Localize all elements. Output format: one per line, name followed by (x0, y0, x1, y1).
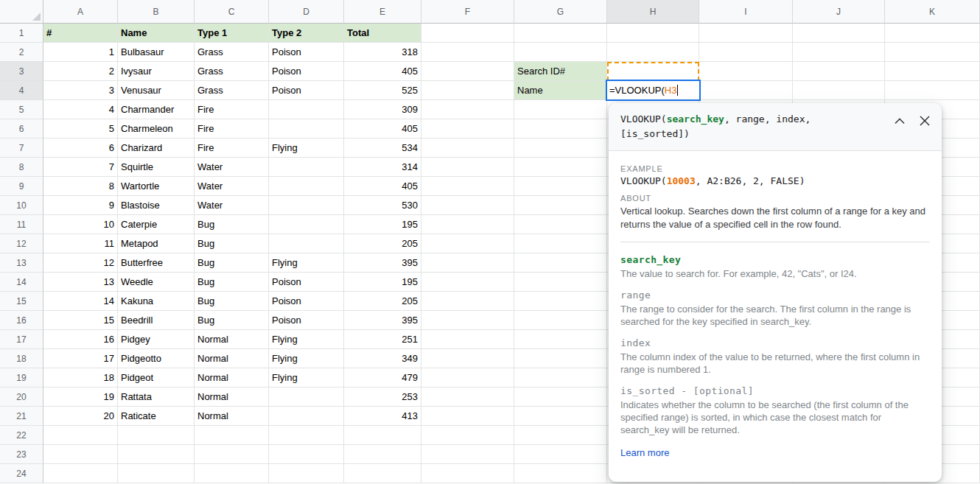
row-header-16[interactable]: 16 (0, 311, 43, 330)
cell-D9[interactable] (269, 177, 344, 196)
cell-D15[interactable]: Poison (269, 292, 344, 311)
cell-E14[interactable]: 195 (344, 273, 421, 292)
column-header-D[interactable]: D (269, 0, 344, 24)
row-header-23[interactable]: 23 (0, 445, 43, 464)
cell-B12[interactable]: Metapod (118, 234, 195, 253)
cell-F2[interactable] (421, 43, 514, 62)
cell-E21[interactable]: 413 (344, 407, 421, 426)
cell-A8[interactable]: 7 (43, 158, 118, 177)
row-header-9[interactable]: 9 (0, 177, 43, 196)
cell-A13[interactable]: 12 (43, 253, 118, 273)
cell-F5[interactable] (421, 100, 514, 119)
cell-B6[interactable]: Charmeleon (118, 119, 195, 138)
row-header-21[interactable]: 21 (0, 407, 43, 426)
cell-D14[interactable]: Poison (269, 273, 344, 292)
cell-B2[interactable]: Bulbasaur (118, 43, 195, 62)
cell-B16[interactable]: Beedrill (118, 311, 195, 330)
cell-A20[interactable]: 19 (43, 387, 118, 407)
cell-C15[interactable]: Bug (195, 292, 269, 311)
cell-I1[interactable] (699, 24, 793, 43)
cell-C21[interactable]: Normal (195, 407, 269, 426)
cell-E19[interactable]: 479 (344, 368, 421, 387)
row-header-11[interactable]: 11 (0, 215, 43, 234)
row-header-24[interactable]: 24 (0, 464, 43, 483)
row-header-8[interactable]: 8 (0, 158, 43, 177)
cell-F15[interactable] (421, 292, 514, 311)
cell-C7[interactable]: Fire (195, 138, 269, 158)
cell-F6[interactable] (421, 119, 514, 138)
cell-D23[interactable] (269, 445, 344, 464)
cell-G22[interactable] (514, 426, 607, 445)
column-header-F[interactable]: F (421, 0, 514, 24)
cell-F20[interactable] (421, 387, 514, 407)
cell-G17[interactable] (514, 330, 607, 349)
cell-E8[interactable]: 314 (344, 158, 421, 177)
cell-B15[interactable]: Kakuna (118, 292, 195, 311)
cell-C6[interactable]: Fire (195, 119, 269, 138)
cell-B13[interactable]: Butterfree (118, 253, 195, 273)
cell-F21[interactable] (421, 407, 514, 426)
row-header-18[interactable]: 18 (0, 349, 43, 368)
cell-A23[interactable] (43, 445, 118, 464)
cell-C14[interactable]: Bug (195, 273, 269, 292)
cell-G14[interactable] (514, 273, 607, 292)
cell-C18[interactable]: Normal (195, 349, 269, 368)
cell-F24[interactable] (421, 464, 514, 483)
cell-G11[interactable] (514, 215, 607, 234)
cell-H3[interactable] (607, 62, 699, 81)
row-header-19[interactable]: 19 (0, 368, 43, 387)
cell-E13[interactable]: 395 (344, 253, 421, 273)
cell-F23[interactable] (421, 445, 514, 464)
cell-D16[interactable]: Poison (269, 311, 344, 330)
row-header-6[interactable]: 6 (0, 119, 43, 138)
cell-E3[interactable]: 405 (344, 62, 421, 81)
cell-B9[interactable]: Wartortle (118, 177, 195, 196)
cell-A17[interactable]: 16 (43, 330, 118, 349)
cell-E11[interactable]: 195 (344, 215, 421, 234)
cell-G15[interactable] (514, 292, 607, 311)
cell-I3[interactable] (699, 62, 793, 81)
cell-G19[interactable] (514, 368, 607, 387)
cell-E24[interactable] (344, 464, 421, 483)
cell-D7[interactable]: Flying (269, 138, 344, 158)
cell-B24[interactable] (118, 464, 195, 483)
cell-F16[interactable] (421, 311, 514, 330)
cell-G20[interactable] (514, 387, 607, 407)
cell-J4[interactable] (793, 81, 885, 100)
cell-B14[interactable]: Weedle (118, 273, 195, 292)
cell-C20[interactable]: Normal (195, 387, 269, 407)
cell-B18[interactable]: Pidgeotto (118, 349, 195, 368)
cell-H2[interactable] (607, 43, 699, 62)
row-header-14[interactable]: 14 (0, 273, 43, 292)
cell-K1[interactable] (885, 24, 980, 43)
cell-A15[interactable]: 14 (43, 292, 118, 311)
cell-B10[interactable]: Blastoise (118, 196, 195, 215)
cell-G21[interactable] (514, 407, 607, 426)
cell-D12[interactable] (269, 234, 344, 253)
cell-B19[interactable]: Pidgeot (118, 368, 195, 387)
cell-F3[interactable] (421, 62, 514, 81)
cell-C9[interactable]: Water (195, 177, 269, 196)
cell-G12[interactable] (514, 234, 607, 253)
row-header-12[interactable]: 12 (0, 234, 43, 253)
cell-F13[interactable] (421, 253, 514, 273)
cell-E4[interactable]: 525 (344, 81, 421, 100)
cell-B8[interactable]: Squirtle (118, 158, 195, 177)
cell-A18[interactable]: 17 (43, 349, 118, 368)
cell-D13[interactable]: Flying (269, 253, 344, 273)
cell-B17[interactable]: Pidgey (118, 330, 195, 349)
cell-B20[interactable]: Rattata (118, 387, 195, 407)
cell-A12[interactable]: 11 (43, 234, 118, 253)
cell-A1[interactable]: # (43, 24, 118, 43)
cell-F4[interactable] (421, 81, 514, 100)
cell-A4[interactable]: 3 (43, 81, 118, 100)
column-header-B[interactable]: B (118, 0, 195, 24)
column-header-G[interactable]: G (514, 0, 607, 24)
cell-A22[interactable] (43, 426, 118, 445)
row-header-17[interactable]: 17 (0, 330, 43, 349)
cell-G1[interactable] (514, 24, 607, 43)
cell-D18[interactable]: Flying (269, 349, 344, 368)
cell-K3[interactable] (885, 62, 980, 81)
cell-E12[interactable]: 205 (344, 234, 421, 253)
cell-C2[interactable]: Grass (195, 43, 269, 62)
